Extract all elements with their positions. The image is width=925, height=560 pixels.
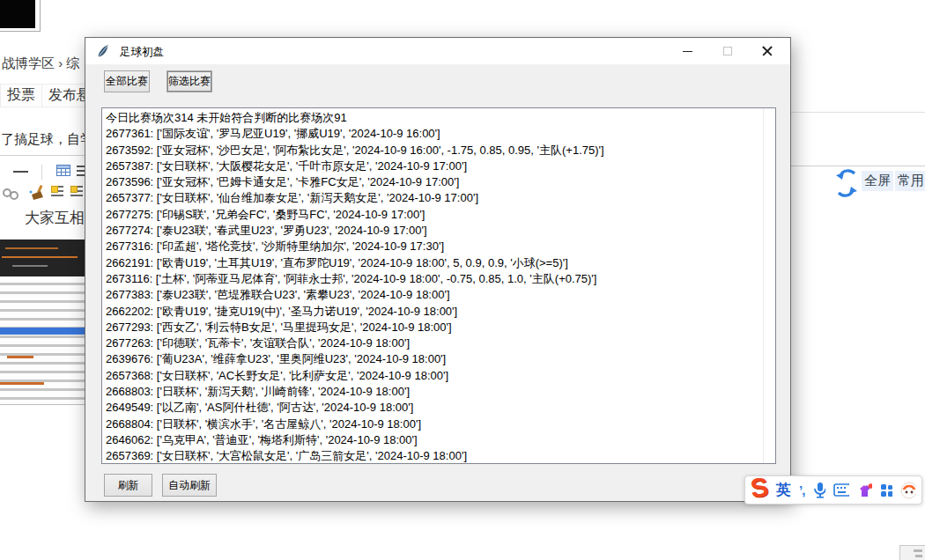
taskbar-flyout-fragment <box>899 545 925 560</box>
scrollbar-track[interactable] <box>763 108 764 463</box>
log-line: 2677361: ['国际友谊', '罗马尼亚U19', '挪威U19', '2… <box>106 126 761 142</box>
horizontal-rule-icon[interactable] <box>13 171 28 173</box>
clean-format-broom-icon[interactable] <box>28 184 46 202</box>
code-text-line <box>5 247 58 249</box>
fullscreen-button[interactable]: 全屏 <box>862 171 893 191</box>
video-thumbnail-frame <box>0 0 41 32</box>
ime-english-mode[interactable]: 英 <box>776 480 791 500</box>
microphone-icon[interactable] <box>812 482 825 498</box>
micro-text <box>7 356 33 358</box>
log-line: 2673596: ['亚女冠杯', '巴姆卡通女足', '卡雅FC女足', '2… <box>106 174 761 190</box>
unlink-icon[interactable] <box>10 191 18 200</box>
skin-theme-icon[interactable] <box>857 483 872 498</box>
log-line: 2657387: ['女日联杯', '大阪樱花女足', '千叶市原女足', '2… <box>106 158 761 174</box>
ime-punctuation-icon[interactable]: ’, <box>799 483 804 497</box>
close-button[interactable] <box>747 38 787 64</box>
filter-matches-button[interactable]: 筛选比赛 <box>166 70 212 92</box>
code-editor-region <box>0 239 85 276</box>
sogou-logo-icon[interactable]: S <box>749 473 770 501</box>
log-line: 2646062: ['乌克甲A', '普迪亚', '梅塔利斯特', '2024-… <box>106 432 761 448</box>
log-line: 2677383: ['泰U23联', '芭堤雅联合U23', '素攀U23', … <box>106 287 761 303</box>
log-line: 2677263: ['印德联', '瓦蒂卡', '友谊联合队', '2024-1… <box>106 335 761 351</box>
post-title-text: 了搞足球，自学 <box>1 131 93 148</box>
log-line: 2662202: ['欧青U19', '捷克U19(中)', '圣马力诺U19'… <box>106 304 761 320</box>
maximize-icon <box>723 47 732 55</box>
minimize-button[interactable] <box>668 38 707 64</box>
log-line: 2657377: ['女日联杯', '仙台维加泰女足', '新泻天鹅女足', '… <box>106 190 761 206</box>
log-line: 2657369: ['女日联杯', '大宫松鼠女足', '广岛三箭女足', '2… <box>106 448 761 464</box>
attached-screenshot-image[interactable] <box>0 239 85 407</box>
divider-line <box>790 112 925 113</box>
tk-feather-icon <box>96 44 110 58</box>
insert-table-icon[interactable] <box>56 165 70 176</box>
log-line: 2673592: ['亚女冠杯', '沙巴女足', '阿布紮比女足', '202… <box>106 143 761 158</box>
match-list-region <box>0 276 85 405</box>
image-list-icon[interactable] <box>70 186 83 198</box>
log-line: 2662191: ['欧青U19', '土耳其U19', '直布罗陀U19', … <box>106 255 761 271</box>
sogou-ime-toolbar: S 英 ’, <box>744 475 922 505</box>
auto-refresh-button[interactable]: 自动刷新 <box>162 474 217 497</box>
code-text-line <box>12 265 48 267</box>
log-line: 2668804: ['日联杯', '横滨水手', '名古屋鲸八', '2024-… <box>106 416 761 432</box>
refresh-button[interactable]: 刷新 <box>104 474 152 497</box>
log-line: 2639676: ['葡U23A', '维薛拿U23', '里奥阿维U23', … <box>106 351 761 367</box>
undo-icon[interactable] <box>835 166 858 181</box>
micro-text <box>0 382 44 385</box>
summary-line: 今日比赛场次314 未开始符合判断的比赛场次91 <box>106 110 761 126</box>
toolbar-separator <box>41 165 42 180</box>
log-line: 2677293: ['西女乙', '利云特B女足', '马里提玛女足', '20… <box>106 320 761 335</box>
log-line: 2677274: ['泰U23联', '春武里U23', '罗勇U23', '2… <box>106 223 761 239</box>
redo-icon[interactable] <box>835 186 858 200</box>
fragment-line <box>914 549 922 552</box>
window-title: 足球初盘 <box>120 45 164 60</box>
image-list-icon[interactable] <box>51 186 63 198</box>
match-log-textarea[interactable]: 今日比赛场次314 未开始符合判断的比赛场次91 2677361: ['国际友谊… <box>101 107 776 464</box>
apps-grid-icon[interactable] <box>880 483 892 497</box>
title-bar[interactable]: 足球初盘 <box>85 38 790 64</box>
all-matches-button[interactable]: 全部比赛 <box>104 70 150 92</box>
football-odds-window: 足球初盘 全部比赛 筛选比赛 今日比赛场次314 未开始符合判断的比赛场次91 … <box>85 37 791 502</box>
code-text-line <box>2 256 78 258</box>
keyboard-icon[interactable] <box>833 483 849 497</box>
emoji-face-icon[interactable] <box>900 482 916 499</box>
maximize-button[interactable] <box>707 38 747 64</box>
log-line: 2649549: ['以乙南', 'AS阿什杜德', '阿古达', '2024-… <box>106 400 761 416</box>
match-lines: 2677361: ['国际友谊', '罗马尼亚U19', '挪威U19', '2… <box>106 126 761 464</box>
log-line: 2677275: ['印锡S联', '兄弟会FC', '桑野马FC', '202… <box>106 207 761 223</box>
selected-row-highlight <box>0 328 85 335</box>
log-line: 2668803: ['日联杯', '新泻天鹅', '川崎前锋', '2024-1… <box>106 384 761 400</box>
close-icon <box>762 46 773 56</box>
minimize-icon <box>683 51 692 52</box>
tab-poll[interactable]: 投票 <box>0 84 42 107</box>
title-field-underline <box>0 155 85 156</box>
common-tools-button[interactable]: 常用 <box>895 171 925 191</box>
fragment-line <box>915 555 922 557</box>
log-line: 2677316: ['印孟超', '塔伦竞技', '沙斯特里纳加尔', '202… <box>106 239 761 254</box>
log-line: 2673116: ['土杯', '阿蒂亚马尼体育', '阿菲永士邦', '202… <box>106 271 761 287</box>
log-line: 2657368: ['女日联杯', 'AC长野女足', '比利萨女足', '20… <box>106 368 761 384</box>
video-thumbnail <box>0 0 35 28</box>
breadcrumb[interactable]: 战博学区 › 综 <box>2 55 79 72</box>
